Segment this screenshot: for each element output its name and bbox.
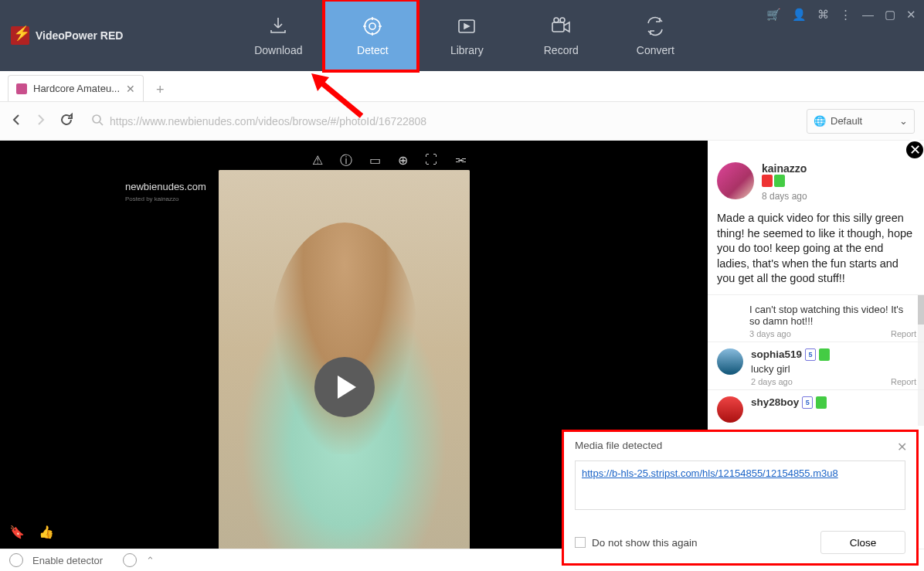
- user-icon[interactable]: 👤: [792, 8, 807, 22]
- comment-username[interactable]: sophia519 5: [751, 348, 830, 361]
- app-titlebar: VideoPower RED Download Detect Library R…: [0, 0, 924, 71]
- popup-close-icon[interactable]: ✕: [897, 440, 907, 454]
- info-icon[interactable]: ⓘ: [340, 153, 352, 169]
- comment-time: 3 days ago: [749, 329, 915, 338]
- cart-icon[interactable]: 🛒: [766, 8, 781, 22]
- app-title: VideoPower RED: [36, 29, 123, 42]
- default-label: Default: [831, 115, 862, 127]
- url-input[interactable]: [110, 115, 790, 127]
- window-controls: 🛒 👤 ⌘ ⋮ — ▢ ✕: [766, 8, 916, 22]
- popup-title: Media file detected: [575, 440, 905, 451]
- nav-library-label: Library: [450, 44, 484, 56]
- svg-point-6: [93, 115, 100, 123]
- nav-convert[interactable]: Convert: [608, 0, 702, 71]
- dont-show-checkbox[interactable]: Do not show this again: [575, 537, 698, 549]
- site-watermark: newbienudes.com Posted by kainazzo: [125, 181, 206, 202]
- more-icon[interactable]: ⋮: [840, 8, 851, 22]
- library-icon: [455, 15, 478, 38]
- badge-blue-icon: 5: [805, 348, 816, 361]
- nav-download-label: Download: [254, 44, 302, 56]
- badge-green-icon: [816, 396, 827, 409]
- download-icon: [267, 15, 290, 38]
- chevron-up-icon[interactable]: ⌃: [146, 555, 155, 566]
- svg-point-1: [369, 23, 375, 29]
- svg-point-5: [560, 18, 565, 22]
- svg-point-4: [554, 18, 559, 22]
- nav-record[interactable]: Record: [514, 0, 608, 71]
- main-nav: Download Detect Library Record Convert: [231, 0, 702, 71]
- video-footer-icons: 🔖 👍: [9, 525, 54, 539]
- app-logo: VideoPower RED: [0, 26, 123, 45]
- poster-avatar[interactable]: [717, 162, 754, 199]
- like-icon[interactable]: 👍: [39, 525, 54, 539]
- media-detected-popup: Media file detected ✕ https://b-hls-25.s…: [562, 430, 919, 566]
- nav-record-label: Record: [544, 44, 579, 56]
- post-text: Made a quick video for this silly green …: [708, 209, 924, 294]
- chevron-down-icon: ⌄: [899, 115, 908, 127]
- tab-close-icon[interactable]: ✕: [126, 83, 135, 95]
- forward-button[interactable]: [34, 113, 48, 130]
- nav-download[interactable]: Download: [231, 0, 325, 71]
- browser-tabstrip: Hardcore Amateu... ✕ +: [0, 71, 924, 102]
- enable-detector-label[interactable]: Enable detector: [32, 555, 103, 566]
- apps-icon[interactable]: ⌘: [817, 8, 829, 22]
- post-time: 8 days ago: [762, 191, 807, 202]
- minimize-button[interactable]: —: [862, 8, 874, 22]
- report-link[interactable]: Report: [891, 377, 916, 386]
- fullscreen-icon[interactable]: ⛶: [425, 153, 437, 169]
- warning-icon[interactable]: ⚠: [312, 153, 323, 169]
- comments-list: I can't stop watching this video! It's s…: [708, 294, 924, 426]
- detect-icon: [361, 15, 384, 38]
- convert-icon: [644, 15, 667, 38]
- video-thumbnail[interactable]: [219, 170, 470, 571]
- default-selector[interactable]: 🌐 Default ⌄: [807, 109, 915, 134]
- nav-detect-label: Detect: [357, 44, 388, 56]
- poster-badges: [762, 175, 785, 187]
- new-tab-button[interactable]: +: [150, 79, 171, 101]
- video-toolbar: ⚠ ⓘ ▭ ⊕ ⛶ ⫘: [312, 153, 467, 169]
- comment-item: sophia519 5 lucky girl 2 days ago Report: [708, 342, 924, 390]
- share-icon[interactable]: ⫘: [454, 153, 467, 169]
- detector-icon[interactable]: [9, 553, 23, 567]
- comment-avatar[interactable]: [717, 396, 743, 423]
- record-icon: [549, 15, 572, 38]
- browser-toolbar: 🌐 Default ⌄: [0, 102, 924, 141]
- globe-icon: 🌐: [814, 115, 826, 127]
- reload-button[interactable]: [59, 112, 74, 131]
- checkbox-box[interactable]: [575, 537, 586, 548]
- bookmark-icon[interactable]: 🔖: [9, 525, 25, 539]
- address-bar[interactable]: [85, 114, 796, 128]
- poster-username[interactable]: kainazzo: [762, 162, 807, 175]
- theater-icon[interactable]: ▭: [369, 153, 381, 169]
- badge-blue-icon: 5: [802, 396, 813, 409]
- report-link[interactable]: Report: [891, 329, 916, 338]
- history-icon[interactable]: [123, 553, 137, 567]
- comment-avatar[interactable]: [717, 348, 743, 375]
- nav-detect[interactable]: Detect: [325, 0, 420, 71]
- zoom-icon[interactable]: ⊕: [398, 153, 408, 169]
- panel-close-button[interactable]: ✕: [904, 139, 924, 161]
- comment-item: shy28boy 5: [708, 390, 924, 426]
- back-button[interactable]: [9, 113, 23, 130]
- popup-url-box: https://b-hls-25.stripst.com/hls/1215485…: [575, 461, 905, 510]
- browser-tab[interactable]: Hardcore Amateu... ✕: [8, 75, 144, 101]
- maximize-button[interactable]: ▢: [885, 8, 895, 22]
- search-icon: [91, 114, 104, 128]
- badge-green-icon: [819, 348, 830, 361]
- nav-library[interactable]: Library: [420, 0, 514, 71]
- checkbox-label: Do not show this again: [592, 537, 698, 549]
- comment-body: lucky girl: [751, 363, 830, 375]
- comment-username[interactable]: shy28boy 5: [751, 396, 827, 409]
- nav-convert-label: Convert: [637, 44, 674, 56]
- detected-url-link[interactable]: https://b-hls-25.stripst.com/hls/1215485…: [582, 467, 838, 479]
- tab-favicon: [16, 83, 27, 94]
- comment-item: I can't stop watching this video! It's s…: [708, 295, 924, 342]
- popup-close-button[interactable]: Close: [820, 531, 905, 554]
- comment-body: I can't stop watching this video! It's s…: [749, 304, 915, 327]
- play-button[interactable]: [314, 357, 375, 417]
- poster-block: kainazzo 8 days ago: [708, 141, 924, 209]
- tab-title: Hardcore Amateu...: [33, 83, 120, 94]
- badge-red-icon: [762, 175, 773, 187]
- badge-green-icon: [774, 175, 785, 187]
- close-button[interactable]: ✕: [906, 8, 916, 22]
